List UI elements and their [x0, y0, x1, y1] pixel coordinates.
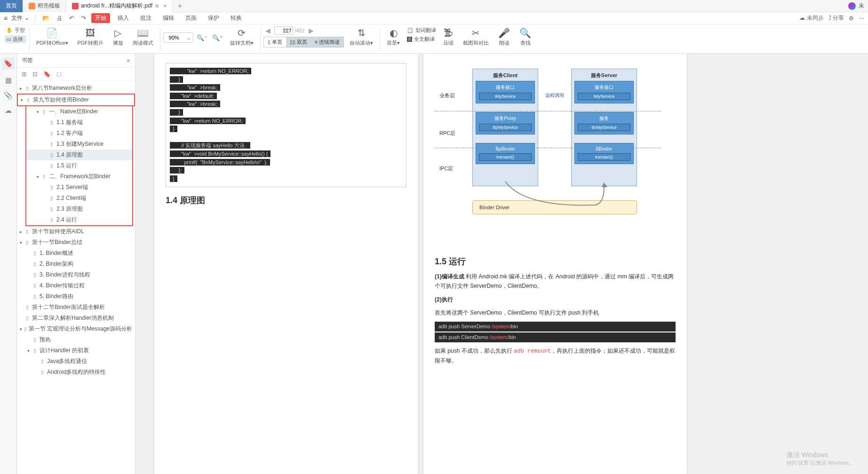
read-mode[interactable]: 📖阅读模式 — [129, 26, 157, 47]
tree-item[interactable]: ▯5. Binder路由 — [17, 291, 135, 302]
tree-item[interactable]: ▾▯第一节 宏观理论分析与Message源码分析 — [17, 324, 135, 334]
tab-template[interactable]: 稻壳模板 — [23, 0, 66, 12]
menu-protect[interactable]: 保护 — [204, 13, 223, 23]
auto-scroll[interactable]: ⇅自动滚动▾ — [346, 26, 377, 47]
open-icon[interactable]: 📂 — [41, 15, 51, 22]
zoom-input[interactable] — [164, 35, 184, 40]
tree-item[interactable]: ▾▯第九节如何使用Binder — [17, 94, 135, 106]
menu-page[interactable]: 页面 — [182, 13, 200, 23]
page-prev-icon[interactable]: ◀ — [263, 27, 272, 34]
full-translate[interactable]: 🅰 全文翻译 — [406, 35, 438, 43]
hamburger-icon[interactable]: ≡ — [4, 15, 8, 22]
find[interactable]: 🔍查找 — [516, 26, 535, 47]
bookmark-outline-icon[interactable]: ◻ — [56, 71, 62, 78]
hand-tool[interactable]: ✋ 手型 — [5, 26, 26, 34]
expand-all-icon[interactable]: ⊞ — [22, 71, 27, 78]
tree-item[interactable]: ▯2.1 Server端 — [26, 182, 132, 193]
tree-item[interactable]: ▯4. Binder传输过程 — [17, 280, 135, 291]
zoom-dropdown-icon[interactable]: ⌄ — [184, 34, 193, 41]
compress[interactable]: 🗜压缩 — [439, 26, 457, 47]
tree-arrow-icon[interactable]: ▾ — [37, 110, 41, 114]
double-page[interactable]: ▯▯ 双页 — [286, 37, 311, 47]
gear-icon[interactable]: ⚙ — [849, 15, 854, 22]
code-line — [170, 134, 402, 142]
tree-item[interactable]: ▯Java多线程通信 — [17, 356, 135, 367]
tree-arrow-icon[interactable]: ▸ — [20, 229, 24, 234]
menu-convert[interactable]: 转换 — [227, 13, 246, 23]
add-tab-button[interactable]: + — [173, 2, 187, 10]
sidebar-close-icon[interactable]: × — [127, 57, 130, 64]
tab-active-pdf[interactable]: android fr...精编内核解析.pdf ⧉ × — [66, 0, 173, 12]
user-area[interactable]: 未 — [844, 2, 868, 10]
tree-item[interactable]: ▯2. Binder架构 — [17, 259, 135, 269]
sel-translate[interactable]: 📋 划词翻译 — [406, 26, 438, 34]
menu-edit[interactable]: 编辑 — [159, 13, 178, 23]
zoom-out-icon[interactable]: 🔍⁻ — [195, 34, 209, 41]
tree-item[interactable]: ▯预热 — [17, 334, 135, 345]
tree-item[interactable]: ▾▯设计Handler 的初衷 — [17, 345, 135, 356]
tree-item[interactable]: ▸▯第八节framework层分析 — [17, 83, 135, 94]
bookmark-panel-icon[interactable]: 🔖 — [2, 57, 15, 70]
tree-arrow-icon[interactable]: ▾ — [21, 98, 25, 103]
continuous-read[interactable]: ≡ 连续阅读 — [311, 37, 343, 47]
tree-item[interactable]: ▯1.1 服务端 — [26, 117, 132, 128]
redo-icon[interactable]: ↷ — [80, 15, 88, 22]
code-line: // 实现服务端 sayHello 方法 — [170, 142, 402, 150]
undo-icon[interactable]: ↶ — [68, 15, 76, 22]
tree-item[interactable]: ▯第二章深入解析Handler消息机制 — [17, 313, 135, 324]
cloud-unsync[interactable]: ☁ 未同步 — [799, 14, 823, 22]
more-icon[interactable]: ⋯ — [859, 15, 864, 22]
tree-item[interactable]: ▯1.5 运行 — [26, 160, 132, 171]
page-input[interactable] — [274, 26, 293, 35]
zoom-in-icon[interactable]: 🔍⁺ — [211, 34, 224, 41]
tree-arrow-icon[interactable]: ▾ — [27, 348, 32, 353]
screenshot-compare[interactable]: ✂截图和对比 — [459, 26, 493, 47]
tree-item[interactable]: ▯1.4 原理图 — [26, 150, 132, 160]
select-tool[interactable]: ▭ 选择 — [5, 35, 26, 43]
tree-arrow-icon[interactable]: ▾ — [20, 240, 24, 245]
tree-item[interactable]: ▯1. Binder概述 — [17, 248, 135, 259]
sync-icon[interactable]: ☁ — [5, 106, 12, 115]
tree-arrow-icon[interactable]: ▸ — [20, 86, 24, 91]
attachment-icon[interactable]: 📎 — [4, 91, 13, 100]
tree-item[interactable]: ▯第十二节Binder面试题全解析 — [17, 302, 135, 313]
pdf-to-office[interactable]: 📄PDF转Office▾ — [32, 26, 72, 47]
pdf-to-image[interactable]: 🖼PDF转图片 — [74, 26, 107, 47]
document-viewport[interactable]: "kw">return NO_ERROR; } "kw">break; "kw"… — [135, 54, 868, 474]
single-page[interactable]: ▯ 单页 — [264, 37, 286, 47]
menu-start[interactable]: 开始 — [91, 13, 110, 23]
page-next-icon[interactable]: ▶ — [307, 27, 316, 34]
tree-item[interactable]: ▯1.2 客户端 — [26, 128, 132, 139]
tree-item[interactable]: ▯2.2 Client端 — [26, 193, 132, 204]
bookmark-icon: ▯ — [26, 240, 31, 245]
file-menu[interactable]: 文件 ⌄ — [11, 14, 29, 22]
tree-arrow-icon[interactable]: ▾ — [20, 327, 23, 332]
tree-item[interactable]: ▾▯一、Native层Binder — [26, 106, 132, 117]
rotate-doc[interactable]: ⟳旋转文档▾ — [226, 26, 257, 47]
print-icon[interactable]: 🖨 — [55, 15, 64, 22]
tab-home[interactable]: 首页 — [0, 0, 23, 12]
tree-item[interactable]: ▯2.3 原理图 — [26, 204, 132, 214]
menu-insert[interactable]: 插入 — [114, 13, 133, 23]
toolbar: ✋ 手型 ▭ 选择 📄PDF转Office▾ 🖼PDF转图片 ▷播放 📖阅读模式… — [0, 24, 868, 54]
play-button[interactable]: ▷播放 — [109, 26, 127, 47]
close-icon[interactable]: × — [163, 2, 167, 9]
collapse-all-icon[interactable]: ⊟ — [32, 71, 38, 78]
tree-item[interactable]: ▾▯第十一节Binder总结 — [17, 237, 135, 248]
code-line: } — [170, 76, 402, 84]
share-button[interactable]: ⤴ 分享 — [828, 14, 844, 22]
add-bookmark-icon[interactable]: 🔖 — [43, 71, 51, 78]
tree-item[interactable]: ▯2.4 运行 — [26, 214, 132, 225]
read-aloud[interactable]: 🎤朗读 — [494, 26, 514, 47]
tree-item[interactable]: ▯1.3 创建MyService — [26, 139, 132, 150]
zoom-box[interactable]: ⌄ — [163, 32, 193, 43]
menu-review[interactable]: 批注 — [136, 13, 155, 23]
background[interactable]: ◐背景▾ — [383, 26, 404, 47]
tree-item[interactable]: ▸▯第十节如何使用AIDL — [17, 226, 135, 237]
tree-item[interactable]: ▾▯二、Framework层Binder — [26, 171, 132, 182]
thumbnail-icon[interactable]: ▦ — [5, 76, 12, 85]
tree-arrow-icon[interactable]: ▾ — [37, 174, 41, 179]
tree-item[interactable]: ▯Android多线程的特殊性 — [17, 367, 135, 378]
tree-item[interactable]: ▯3. Binder进程与线程 — [17, 269, 135, 280]
server-svc: 服务 BnMyService — [574, 112, 634, 134]
